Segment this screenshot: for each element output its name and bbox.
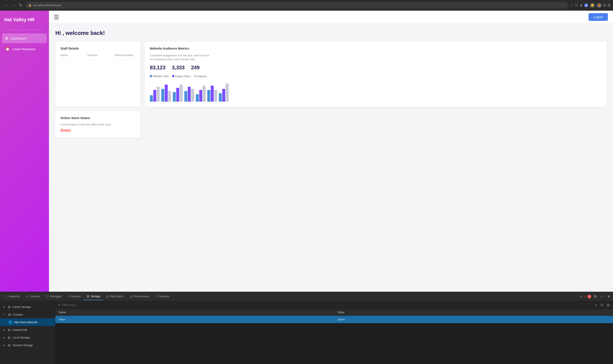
bar [153, 90, 156, 102]
legend-inquiries: Inquiries [194, 75, 207, 78]
tab-style-editor[interactable]: {} Style Editor [103, 293, 127, 300]
chart-group-6 [207, 86, 217, 102]
expand-arrow-session-storage: ▶ [3, 344, 5, 346]
menu-icon[interactable]: ☰ [607, 3, 611, 7]
bar [219, 93, 222, 102]
metrics-card: Website Audience Metrics Consistent enga… [145, 41, 607, 107]
bar [184, 91, 187, 102]
bar [150, 95, 153, 102]
tab-network[interactable]: ↕ Network [65, 293, 84, 300]
cell-value: admin [334, 316, 613, 323]
session-storage-icon: ▤ [8, 343, 10, 347]
filter-icon: ▼ [58, 304, 60, 307]
add-item-button[interactable]: + [595, 303, 598, 307]
metrics-numbers: 83,123 3,333 249 [150, 65, 601, 71]
chart-group-3 [173, 85, 183, 102]
logout-button[interactable]: Logout [588, 13, 608, 21]
table-row[interactable]: token admin [55, 316, 613, 323]
content-body: Hi , welcome back! Staff Details Name Po… [49, 23, 613, 292]
bar [222, 89, 225, 102]
tab-console-label: Console [30, 295, 40, 298]
more-options-button[interactable]: ⋯ [599, 293, 605, 300]
close-devtools-button[interactable]: ✕ [606, 293, 611, 300]
storage-table: Name Value token admin [55, 309, 613, 364]
expand-arrow-indexed-db: ▶ [3, 329, 5, 331]
top-bar: ☰ Logout [49, 11, 613, 23]
sidebar-divider [4, 30, 45, 30]
star-icon[interactable]: ☆ [570, 3, 573, 7]
staff-table-header: Name Position Phone Number [60, 53, 135, 60]
cards-row: Staff Details Name Position Phone Number… [55, 41, 607, 107]
hamburger-button[interactable]: ☰ [54, 14, 59, 20]
tab-storage[interactable]: ☰ Storage [84, 293, 103, 300]
sidebar-logo: Hat Valley HR [0, 15, 49, 29]
back-button[interactable]: ← [2, 2, 9, 9]
legend-users: Unique Users [172, 75, 191, 78]
cell-name: token [55, 316, 334, 323]
extensions-icon[interactable]: ⧉ [603, 3, 606, 7]
memory-icon: ⬡ [155, 295, 158, 298]
bar [207, 90, 210, 102]
avatar2-icon[interactable]: 🦊 [597, 3, 602, 8]
bar [168, 91, 171, 102]
indexed-db-icon: ▤ [8, 328, 10, 331]
refresh-button[interactable]: ↻ [600, 302, 604, 307]
sidebar-toggle-button[interactable]: ⊟ [606, 302, 611, 307]
storage-item-cache-storage[interactable]: ▶ ▤ Cache Storage [0, 303, 55, 311]
expand-arrow-cookies: ▼ [3, 313, 6, 316]
browser-actions: ☆ 🛡 ⬇ 15 😊 🦊 ⧉ ☰ [570, 3, 611, 8]
shield-icon[interactable]: 🛡 [575, 3, 578, 7]
storage-item-local-storage[interactable]: ▶ ▤ Local Storage [0, 334, 55, 341]
address-bar[interactable]: 🔒 hat-valley.htb/dashboard [26, 2, 568, 9]
security-icon: 🔒 [28, 4, 31, 7]
tab-performance[interactable]: ◎ Performance [127, 293, 152, 300]
bar [211, 86, 214, 102]
cache-storage-label: Cache Storage [13, 305, 31, 309]
extensions-badge[interactable]: 15 [584, 3, 588, 7]
storage-sidebar: ▶ ▤ Cache Storage ▼ ▤ Cookies 🌐 http://h… [0, 301, 55, 364]
staff-details-card: Staff Details Name Position Phone Number [55, 41, 140, 107]
profile-icon[interactable]: 😊 [590, 3, 595, 8]
more-tabs-icon[interactable]: » [580, 294, 582, 299]
sidebar-item-dashboard[interactable]: ⊞ Dashboard [2, 33, 47, 43]
storage-item-session-storage[interactable]: ▶ ▤ Session Storage [0, 341, 55, 349]
storage-item-indexed-db[interactable]: ▶ ▤ Indexed DB [0, 326, 55, 334]
legend-visits: Website Visits [150, 75, 169, 78]
devtools-tabs: ⬚ Inspector ▷ Console ⬡ Debugger ↕ Netwo… [0, 292, 613, 301]
tab-debugger[interactable]: ⬡ Debugger [43, 293, 65, 300]
storage-item-cookies-domain[interactable]: 🌐 http://hat-valley.htb [0, 318, 55, 326]
tab-inspector[interactable]: ⬚ Inspector [2, 293, 23, 300]
domain-icon: 🌐 [9, 320, 12, 324]
tab-memory[interactable]: ⬡ Memory [152, 293, 172, 300]
dock-button[interactable]: ⧉ [593, 293, 598, 299]
sidebar-nav: ⊞ Dashboard ⏰ Leave Requests [0, 33, 49, 54]
tab-inspector-label: Inspector [9, 295, 20, 298]
download-icon[interactable]: ⬇ [580, 3, 583, 7]
col-phone: Phone Number [115, 53, 135, 57]
bar [203, 86, 206, 102]
bar [188, 87, 191, 102]
filter-input[interactable] [62, 303, 593, 307]
tab-console[interactable]: ▷ Console [23, 293, 43, 300]
main-content: ☰ Logout Hi , welcome back! Staff Detail… [49, 11, 613, 292]
store-subtitle: Current status of new Hat Valley online … [60, 123, 135, 126]
reload-button[interactable]: ↻ [18, 2, 24, 9]
sidebar-item-label-leave: Leave Requests [12, 47, 35, 51]
nav-buttons: ← → ↻ [2, 2, 24, 9]
error-count: 13 [587, 295, 591, 299]
storage-icon: ☰ [87, 295, 89, 298]
bar [157, 87, 160, 102]
storage-main: ▼ + ↻ ⊟ Name Value token admin [55, 301, 613, 364]
store-card: Online Store Status Current status of ne… [55, 111, 140, 138]
storage-item-cookies[interactable]: ▼ ▤ Cookies [0, 311, 55, 318]
metric-users: 3,333 [172, 65, 185, 71]
chart-group-1 [150, 87, 160, 102]
chart-group-4 [184, 87, 194, 102]
session-storage-label: Session Storage [13, 344, 33, 347]
forward-button[interactable]: → [10, 2, 17, 9]
sidebar-item-leave-requests[interactable]: ⏰ Leave Requests [2, 44, 47, 54]
chart-group-5 [196, 86, 206, 102]
tab-storage-label: Storage [91, 295, 100, 298]
cache-storage-icon: ▤ [8, 305, 10, 309]
table-head: Name Value [55, 309, 613, 316]
